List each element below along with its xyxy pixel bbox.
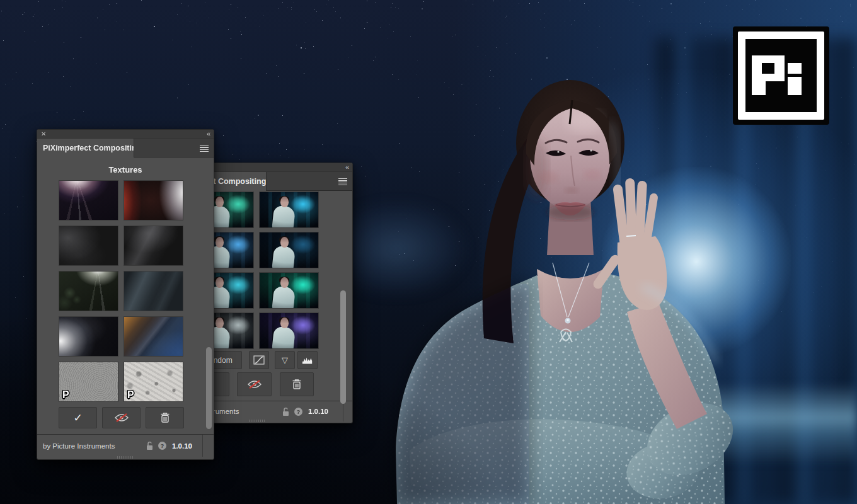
levels-button[interactable]	[297, 351, 318, 369]
close-icon[interactable]: ✕	[41, 130, 46, 139]
texture-thumbnail[interactable]	[59, 271, 118, 311]
pi-logo-field	[745, 39, 817, 112]
textures-panel-topbar: ✕ «	[37, 130, 214, 139]
texture-thumbnail[interactable]	[124, 271, 183, 311]
thumb-vignette	[260, 313, 318, 348]
scrollbar-thumb[interactable]	[340, 290, 346, 404]
delete-button[interactable]	[146, 407, 184, 428]
tab-textures-panel[interactable]: PiXimperfect Compositing	[37, 139, 134, 158]
stage: Pi ✕ « PiXimperfect Compositing Random	[0, 0, 857, 504]
pi-letter-i-stem	[788, 77, 802, 95]
credit-text: by Picture Instruments	[43, 442, 115, 450]
curve-icon	[253, 355, 265, 365]
trash-icon	[160, 412, 170, 423]
pi-letter-p-hole	[762, 63, 774, 74]
preset-thumbnail[interactable]	[259, 232, 319, 268]
texture-thumbnail[interactable]	[124, 316, 183, 357]
woman-photo	[372, 47, 737, 504]
pi-logo-ring	[738, 32, 824, 120]
texture-thumbnail[interactable]	[59, 316, 118, 357]
preset-thumbnail[interactable]	[259, 192, 319, 228]
version-text: 1.0.10	[308, 408, 328, 415]
apply-button[interactable]: ✓	[59, 407, 97, 428]
collapse-icon[interactable]: «	[207, 130, 210, 138]
preset-thumbnail[interactable]	[259, 312, 319, 349]
watermark-p: P	[127, 390, 134, 400]
eye-off-icon	[247, 379, 262, 389]
help-icon[interactable]: ?	[294, 408, 302, 416]
resize-grip[interactable]	[117, 456, 134, 459]
panel-menu-icon[interactable]	[338, 178, 347, 185]
mask-button[interactable]: ▽	[275, 351, 295, 369]
texture-thumbnail[interactable]: P	[59, 362, 118, 402]
trash-icon	[292, 379, 302, 390]
pi-logo: Pi	[733, 26, 829, 125]
panel-menu-icon[interactable]	[200, 145, 209, 152]
toggle-visibility-button[interactable]	[237, 372, 272, 396]
texture-thumbnail[interactable]	[124, 180, 183, 220]
watermark-p: P	[62, 390, 69, 400]
histogram-icon	[302, 356, 313, 365]
textures-panel: ✕ « PiXimperfect Compositing Textures PP…	[37, 129, 214, 460]
delete-button[interactable]	[280, 372, 314, 396]
textures-footer: by Picture Instruments ? 1.0.10	[37, 434, 214, 457]
thumb-vignette	[260, 232, 318, 268]
help-icon[interactable]: ?	[158, 442, 166, 450]
resize-grip[interactable]	[249, 420, 265, 422]
textures-grid: PP	[59, 180, 183, 402]
texture-thumbnail[interactable]	[59, 226, 118, 266]
collapse-icon[interactable]: «	[345, 163, 348, 171]
footer-divider	[202, 435, 203, 457]
thumb-vignette	[260, 192, 318, 227]
texture-thumbnail[interactable]: P	[124, 362, 183, 402]
open-lock-icon[interactable]	[146, 441, 154, 450]
texture-thumbnail[interactable]	[59, 180, 118, 220]
scrollbar-thumb[interactable]	[206, 347, 212, 429]
thumb-vignette	[260, 273, 318, 308]
pi-letter-i-dot	[788, 63, 802, 74]
preset-thumbnail[interactable]	[259, 272, 319, 309]
check-icon: ✓	[73, 411, 82, 425]
toggle-visibility-button[interactable]	[102, 407, 141, 428]
version-text: 1.0.10	[172, 442, 192, 450]
footer-divider	[343, 401, 343, 421]
pi-letter-p-stem	[752, 55, 766, 95]
textures-panel-tabrow: PiXimperfect Compositing	[37, 139, 214, 158]
section-title: Textures	[37, 165, 214, 175]
eye-off-icon	[114, 413, 129, 423]
curves-button[interactable]	[249, 351, 269, 369]
triangle-icon: ▽	[282, 355, 288, 365]
textures-actions: ✓	[59, 407, 184, 428]
texture-thumbnail[interactable]	[124, 226, 183, 266]
open-lock-icon[interactable]	[282, 407, 290, 416]
